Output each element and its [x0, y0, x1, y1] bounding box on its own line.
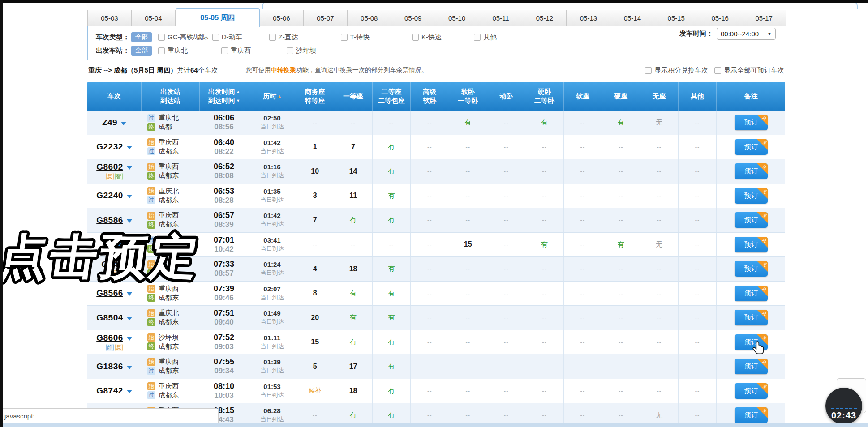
date-tab-05-17[interactable]: 05-17: [742, 10, 786, 26]
book-button[interactable]: 预订兑: [735, 237, 768, 252]
expand-caret-icon[interactable]: [127, 195, 132, 198]
train-number-link[interactable]: G8566: [96, 288, 123, 298]
table-row: G8504始重庆北终成都东07:5109:4001:49当日到达20有有----…: [87, 306, 785, 330]
train-type-checkbox[interactable]: T-特快: [341, 33, 370, 42]
train-number-link[interactable]: G2240: [96, 191, 123, 201]
train-number-link[interactable]: G2232: [96, 142, 123, 152]
train-number-cell: G2232: [87, 135, 141, 159]
train-type-checkbox[interactable]: GC-高铁/城际: [158, 33, 209, 42]
seat-availability-cell: --: [563, 379, 602, 403]
date-tab-05-08[interactable]: 05-08: [348, 10, 391, 26]
book-button[interactable]: 预订兑: [735, 212, 768, 228]
train-number-link[interactable]: G8586: [96, 215, 123, 225]
checkbox-icon[interactable]: [341, 34, 348, 41]
date-tab-05-15[interactable]: 05-15: [654, 10, 698, 26]
train-number-link[interactable]: G8742: [96, 386, 123, 396]
expand-caret-icon[interactable]: [127, 390, 132, 393]
checkbox-icon[interactable]: [287, 47, 293, 54]
book-button[interactable]: 预订兑: [735, 139, 768, 155]
sort-asc-icon[interactable]: ▲: [235, 90, 240, 94]
checkbox-icon[interactable]: [212, 34, 219, 41]
train-number-link[interactable]: G8606: [96, 333, 123, 343]
train-type-checkbox[interactable]: Z-直达: [269, 33, 298, 42]
status-bar-tooltip: javascript:: [0, 408, 219, 423]
train-number-link[interactable]: K: [107, 239, 113, 249]
checkbox-icon[interactable]: [714, 67, 721, 74]
expand-caret-icon[interactable]: [127, 166, 132, 170]
date-tab-05-13[interactable]: 05-13: [567, 10, 610, 26]
date-tab-05-16[interactable]: 05-16: [698, 10, 742, 26]
seat-availability-value: --: [465, 363, 470, 370]
train-number-link[interactable]: G8504: [96, 313, 123, 323]
expand-caret-icon[interactable]: [127, 337, 132, 341]
column-header-历时[interactable]: 历时 ▲: [249, 82, 296, 111]
train-number-link[interactable]: G8602: [96, 162, 123, 172]
column-header-出发时间到达时间[interactable]: 出发时间 ▲到达时间 ▼: [199, 82, 249, 111]
date-tab-05-12[interactable]: 05-12: [523, 10, 567, 26]
book-button[interactable]: 预订兑: [735, 383, 768, 399]
date-tab-05-09[interactable]: 05-09: [391, 10, 435, 26]
expand-caret-icon[interactable]: [127, 366, 132, 369]
date-tab-05-04[interactable]: 05-04: [132, 10, 176, 26]
expand-caret-icon[interactable]: [122, 264, 127, 267]
expand-caret-icon[interactable]: [127, 292, 132, 296]
checkbox-icon[interactable]: [645, 67, 652, 74]
expand-caret-icon[interactable]: [127, 317, 132, 320]
depart-station-checkbox[interactable]: 重庆北: [158, 47, 188, 55]
checkbox-icon[interactable]: [269, 34, 276, 41]
date-tab-05-05[interactable]: 05-05 周四: [176, 8, 260, 27]
book-button[interactable]: 预订兑: [735, 261, 768, 277]
date-tab-05-10[interactable]: 05-10: [435, 10, 479, 26]
book-button[interactable]: 预订兑: [735, 407, 768, 423]
checkbox-icon[interactable]: [412, 34, 419, 41]
train-number-cell: G8504: [87, 306, 141, 330]
table-row: G8606静复始沙坪坝终成都东07:5209:0301:11当日到达15有有--…: [87, 330, 785, 355]
seat-availability-value: --: [657, 144, 662, 150]
book-button[interactable]: 预订兑: [735, 188, 768, 204]
date-tab-05-06[interactable]: 05-06: [260, 10, 304, 26]
depart-station-checkbox[interactable]: 沙坪坝: [287, 47, 316, 55]
checkbox-icon[interactable]: [158, 34, 165, 41]
checkbox-icon[interactable]: [474, 34, 481, 41]
date-tab-05-07[interactable]: 05-07: [304, 10, 348, 26]
train-type-checkbox[interactable]: K-快速: [412, 33, 442, 42]
sort-asc-icon[interactable]: ▲: [276, 94, 281, 98]
train-type-checkbox[interactable]: D-动车: [212, 33, 242, 42]
checkbox-icon[interactable]: [221, 47, 228, 54]
transfer-link[interactable]: 中转换乘: [271, 66, 296, 73]
date-tab-05-03[interactable]: 05-03: [87, 10, 132, 26]
expand-caret-icon[interactable]: [121, 122, 126, 125]
train-type-checkbox[interactable]: 其他: [474, 33, 497, 42]
duration-value: 01:11: [264, 334, 281, 342]
train-type-all-button[interactable]: 全部: [131, 32, 152, 42]
train-number-link[interactable]: G84: [101, 260, 118, 269]
duration-cell: 03:41当日到达: [249, 233, 296, 257]
arrival-time: 09:34: [214, 367, 233, 376]
book-button[interactable]: 预订兑: [735, 359, 768, 374]
depart-station-checkbox[interactable]: 重庆西: [221, 47, 251, 55]
train-number-link[interactable]: G1836: [96, 362, 123, 371]
show-all-bookable-checkbox[interactable]: 显示全部可预订车次: [714, 66, 784, 75]
times-cell: 07:5209:03: [199, 330, 249, 354]
train-number-link[interactable]: Z49: [102, 118, 117, 128]
book-button[interactable]: 预订兑: [735, 286, 768, 301]
date-tab-05-11[interactable]: 05-11: [479, 10, 523, 26]
book-button[interactable]: 预订兑: [735, 310, 768, 325]
expand-caret-icon[interactable]: [127, 219, 132, 223]
seat-availability-value: 14: [349, 167, 357, 175]
show-points-trains-checkbox[interactable]: 显示积分兑换车次: [645, 66, 708, 75]
departure-time: 06:57: [214, 211, 234, 220]
table-row: Z49过重庆北终成都06:0608:5602:50当日到达--------有--…: [87, 111, 785, 135]
sort-desc-icon[interactable]: ▼: [235, 98, 240, 103]
checkbox-icon[interactable]: [158, 47, 165, 54]
book-button[interactable]: 预订兑: [735, 115, 768, 130]
depart-station-all-button[interactable]: 全部: [131, 46, 152, 56]
date-tab-05-14[interactable]: 05-14: [610, 10, 654, 26]
summary-checkboxes: 显示积分兑换车次 显示全部可预订车次: [645, 66, 785, 75]
depart-time-select[interactable]: 00:00--24:00 ▼: [717, 28, 776, 40]
seat-availability-value: --: [619, 314, 623, 321]
seat-availability-cell: --: [372, 111, 410, 135]
expand-caret-icon[interactable]: [116, 243, 122, 247]
book-button[interactable]: 预订兑: [735, 163, 768, 179]
expand-caret-icon[interactable]: [127, 146, 132, 149]
